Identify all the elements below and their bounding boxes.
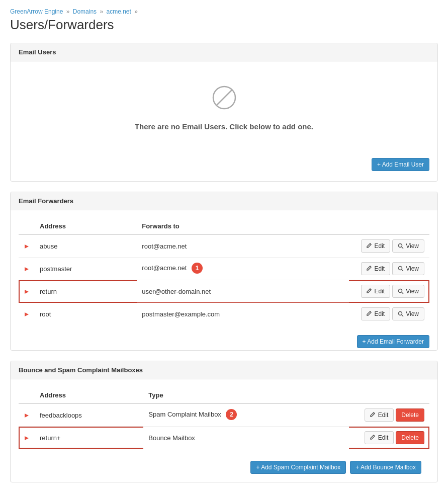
svg-line-11	[370, 289, 371, 290]
add-bounce-mailbox-button[interactable]: + Add Bounce Mailbox	[350, 461, 421, 474]
svg-point-8	[399, 267, 402, 270]
svg-line-9	[402, 270, 403, 271]
arrow-cell	[19, 234, 35, 258]
forwards-to-cell: root@acme.net 1	[137, 258, 349, 280]
address-cell: abuse	[35, 234, 137, 258]
delete-mailbox-button[interactable]: Delete	[396, 431, 424, 444]
add-email-user-button[interactable]: + Add Email User	[372, 158, 429, 171]
badge-1: 1	[192, 263, 203, 274]
svg-line-3	[370, 243, 371, 244]
bounce-spam-heading: Bounce and Spam Complaint Mailboxes	[11, 361, 437, 379]
email-users-footer: + Add Email User	[19, 154, 429, 173]
breadcrumb: GreenArrow Engine » Domains » acme.net »	[10, 8, 438, 15]
edit-mailbox-button[interactable]: Edit	[365, 408, 394, 422]
action-cell-bs: Edit Delete	[349, 427, 429, 449]
edit-forwarder-button[interactable]: Edit	[361, 285, 391, 298]
svg-line-7	[370, 266, 371, 267]
action-cell-bs: Edit Delete	[349, 403, 429, 427]
svg-line-15	[370, 311, 371, 312]
svg-line-1	[216, 90, 232, 106]
svg-marker-14	[25, 312, 29, 316]
type-cell-bs: Spam Complaint Mailbox 2	[143, 403, 349, 427]
add-spam-complaint-mailbox-button[interactable]: + Add Spam Complaint Mailbox	[250, 461, 346, 474]
table-row: return user@other-domain.net Edit View	[19, 280, 429, 303]
add-email-forwarder-button[interactable]: + Add Email Forwarder	[357, 335, 429, 348]
email-forwarders-section: Email Forwarders Address Forwards to abu…	[10, 192, 438, 351]
view-forwarder-button[interactable]: View	[392, 239, 424, 253]
arrow-cell	[19, 280, 35, 303]
svg-line-21	[374, 435, 375, 436]
arrow-cell-bs	[19, 427, 35, 449]
table-row: abuse root@acme.net Edit View	[19, 234, 429, 258]
col-arrow	[19, 218, 35, 234]
svg-marker-20	[25, 436, 29, 440]
forwards-to-cell: postmaster@example.com	[137, 303, 349, 325]
view-forwarder-button[interactable]: View	[392, 307, 424, 320]
action-cell: Edit View	[349, 258, 429, 280]
forwards-to-cell: root@acme.net	[137, 234, 349, 258]
email-users-section: Email Users There are no Email Users. Cl…	[10, 43, 438, 182]
badge-2: 2	[226, 409, 237, 420]
svg-point-16	[399, 312, 402, 315]
forwards-to-cell: user@other-domain.net	[137, 280, 349, 303]
svg-point-12	[399, 289, 402, 293]
action-cell: Edit View	[349, 303, 429, 325]
email-forwarders-table: Address Forwards to abuse root@acme.net …	[19, 218, 429, 325]
svg-line-13	[402, 292, 403, 294]
table-row: root postmaster@example.com Edit View	[19, 303, 429, 325]
empty-icon	[29, 85, 419, 116]
action-cell: Edit View	[349, 234, 429, 258]
arrow-cell	[19, 258, 35, 280]
table-row: postmaster root@acme.net 1 Edit View	[19, 258, 429, 280]
svg-point-4	[399, 244, 402, 248]
email-forwarders-heading: Email Forwarders	[11, 192, 437, 210]
arrow-cell	[19, 303, 35, 325]
action-cell: Edit View	[349, 280, 429, 303]
svg-marker-10	[25, 290, 29, 294]
email-users-heading: Email Users	[11, 43, 437, 61]
svg-marker-2	[25, 244, 29, 249]
page-title: Users/Forwarders	[10, 17, 438, 33]
bounce-spam-footer: + Add Spam Complaint Mailbox + Add Bounc…	[19, 455, 429, 482]
breadcrumb-greenarrow[interactable]: GreenArrow Engine	[10, 8, 63, 15]
col-forwards-to: Forwards to	[137, 218, 349, 234]
address-cell-bs: feedbackloops	[35, 403, 143, 427]
bounce-spam-section: Bounce and Spam Complaint Mailboxes Addr…	[10, 361, 438, 482]
table-row: return+ Bounce Mailbox Edit Delete	[19, 427, 429, 449]
table-row: feedbackloops Spam Complaint Mailbox 2 E…	[19, 403, 429, 427]
delete-mailbox-button[interactable]: Delete	[396, 408, 424, 422]
breadcrumb-domains[interactable]: Domains	[73, 8, 97, 15]
col-type-bs: Type	[143, 387, 349, 403]
col-actions	[349, 218, 429, 234]
email-users-empty-state: There are no Email Users. Click below to…	[19, 69, 429, 154]
col-address-bs: Address	[35, 387, 143, 403]
bounce-spam-table: Address Type feedbackloops Spam Complain…	[19, 387, 429, 449]
edit-forwarder-button[interactable]: Edit	[361, 262, 391, 275]
col-address: Address	[35, 218, 137, 234]
svg-line-17	[402, 315, 403, 316]
arrow-cell-bs	[19, 403, 35, 427]
empty-text: There are no Email Users. Click below to…	[29, 122, 419, 131]
address-cell-bs: return+	[35, 427, 143, 449]
edit-forwarder-button[interactable]: Edit	[361, 307, 391, 320]
view-forwarder-button[interactable]: View	[392, 285, 424, 298]
address-cell: root	[35, 303, 137, 325]
address-cell: return	[35, 280, 137, 303]
svg-line-5	[402, 247, 403, 249]
svg-line-19	[374, 413, 375, 414]
col-actions-bs	[349, 387, 429, 403]
svg-marker-18	[25, 414, 29, 418]
breadcrumb-acme[interactable]: acme.net	[107, 8, 131, 15]
edit-mailbox-button[interactable]: Edit	[365, 431, 394, 444]
col-arrow-bs	[19, 387, 35, 403]
edit-forwarder-button[interactable]: Edit	[361, 239, 391, 253]
view-forwarder-button[interactable]: View	[392, 262, 424, 275]
address-cell: postmaster	[35, 258, 137, 280]
type-cell-bs: Bounce Mailbox	[143, 427, 349, 449]
email-forwarders-footer: + Add Email Forwarder	[19, 331, 429, 350]
svg-marker-6	[25, 267, 29, 271]
